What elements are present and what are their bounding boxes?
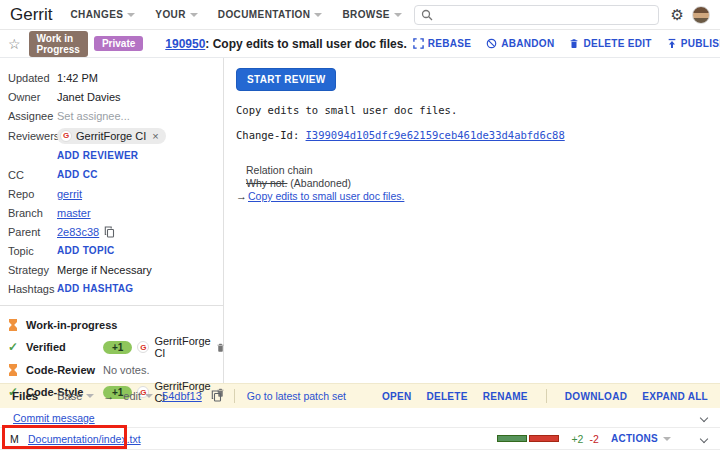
arrow-icon: → (103, 390, 114, 402)
strategy-value: Merge if Necessary (57, 264, 152, 276)
nav-your[interactable]: YOUR (155, 9, 198, 20)
reviewer-chip: G GerritForge CI × (57, 128, 166, 144)
chevron-down-icon (190, 13, 198, 17)
block-icon (486, 38, 497, 49)
publish-icon (667, 38, 677, 49)
meta-owner: Owner Janet Davies (8, 87, 215, 106)
change-id-line: Change-Id: I399094d105dfc9e62159ceb461de… (236, 129, 708, 141)
chevron-down-icon (314, 13, 322, 17)
files-title: Files (12, 390, 38, 402)
copy-icon[interactable] (104, 226, 115, 238)
meta-hashtags: Hashtags ADD HASHTAG (8, 279, 215, 298)
delete-button[interactable]: DELETE (426, 391, 467, 402)
files-actions: OPEN DELETE RENAME DOWNLOAD EXPAND ALL (382, 389, 708, 403)
star-icon[interactable]: ☆ (8, 36, 21, 52)
nav-documentation[interactable]: DOCUMENTATION (218, 9, 323, 20)
change-actions: REBASE ABANDON DELETE EDIT PUBLISH EDIT … (413, 36, 720, 51)
rename-button[interactable]: RENAME (483, 391, 528, 402)
label-wip: Work-in-progress (8, 314, 215, 335)
rebase-button[interactable]: REBASE (413, 38, 471, 49)
current-change-row: → Copy edits to small user doc files. (236, 190, 708, 203)
delete-edit-button[interactable]: DELETE EDIT (569, 38, 651, 49)
metadata-panel: Updated 1:42 PM Owner Janet Davies Assig… (0, 58, 224, 383)
delta-counts: +2 -2 (571, 433, 598, 445)
removed-count: -2 (590, 433, 599, 445)
label-code-review: Code-Review No votes. (8, 359, 215, 380)
current-arrow-icon: → (236, 190, 245, 203)
gerritforge-avatar: G (137, 341, 149, 353)
abandoned-change: Why not. (Abandoned) (236, 177, 708, 190)
base-patchset-select[interactable]: Base (57, 390, 94, 402)
relation-chain: Relation chain Why not. (Abandoned) → Co… (236, 164, 708, 203)
go-latest-link[interactable]: Go to latest patch set (247, 390, 346, 402)
relation-chain-title: Relation chain (236, 164, 708, 177)
parent-link[interactable]: 2e83c38 (57, 226, 99, 238)
gear-icon[interactable]: ⚙ (671, 7, 684, 22)
assignee-placeholder[interactable]: Set assignee... (57, 110, 130, 122)
chevron-down-icon (394, 13, 402, 17)
nav-changes[interactable]: CHANGES (71, 9, 136, 20)
file-actions-dropdown[interactable]: ACTIONS (611, 433, 671, 444)
change-title: 190950: Copy edits to small user doc fil… (165, 37, 406, 51)
no-votes-text: No votes. (103, 364, 149, 376)
meta-add-reviewer: ADD REVIEWER (8, 146, 215, 165)
meta-strategy: Strategy Merge if Necessary (8, 260, 215, 279)
vote-badge: +1 (103, 341, 132, 354)
commit-message-text: Copy edits to small user doc files. (236, 104, 708, 116)
search-icon (421, 9, 433, 21)
search-box[interactable] (414, 5, 659, 25)
abandon-button[interactable]: ABANDON (486, 38, 554, 49)
change-id-link[interactable]: I399094d105dfc9e62159ceb461de33d4abfd6c8… (306, 129, 565, 141)
rebase-icon (413, 38, 424, 49)
remove-reviewer-icon[interactable]: × (152, 130, 158, 142)
change-header: ☆ Work in Progress Private 190950: Copy … (0, 30, 720, 58)
start-review-button[interactable]: START REVIEW (236, 68, 336, 91)
change-number-link[interactable]: 190950 (165, 37, 205, 51)
change-subject: Copy edits to small user doc files. (213, 37, 407, 51)
expand-all-button[interactable]: EXPAND ALL (642, 391, 708, 402)
updated-time: 1:42 PM (57, 72, 98, 84)
repo-link[interactable]: gerrit (57, 188, 82, 200)
check-icon: ✓ (8, 340, 21, 354)
meta-topic: Topic ADD TOPIC (8, 241, 215, 260)
gerrit-logo[interactable]: Gerrit (10, 5, 53, 25)
add-topic-button[interactable]: ADD TOPIC (57, 245, 115, 256)
meta-repo: Repo gerrit (8, 184, 215, 203)
open-button[interactable]: OPEN (382, 391, 412, 402)
chevron-down-icon (127, 13, 135, 17)
label-verified: ✓ Verified +1 G GerritForge CI (8, 335, 215, 359)
branch-link[interactable]: master (57, 207, 91, 219)
nav-browse[interactable]: BROWSE (342, 9, 401, 20)
patchset-select[interactable]: edit (123, 390, 153, 402)
divider (234, 389, 235, 403)
meta-reviewers: Reviewers G GerritForge CI × (8, 125, 215, 146)
file-row[interactable]: M Documentation/index.txt +2 -2 ACTIONS (0, 428, 720, 450)
current-change-link[interactable]: Copy edits to small user doc files. (248, 190, 404, 203)
commit-sha-link[interactable]: 54dbf13 (162, 390, 202, 402)
meta-cc: CC ADD CC (8, 165, 215, 184)
add-hashtag-button[interactable]: ADD HASHTAG (57, 283, 133, 294)
avatar[interactable] (692, 6, 710, 24)
copy-icon[interactable] (211, 390, 222, 402)
hourglass-icon (8, 319, 21, 331)
body-area: Updated 1:42 PM Owner Janet Davies Assig… (0, 58, 720, 383)
search-input[interactable] (439, 9, 652, 21)
add-cc-button[interactable]: ADD CC (57, 169, 98, 180)
commit-message-row[interactable]: Commit message (0, 408, 720, 428)
meta-updated: Updated 1:42 PM (8, 68, 215, 87)
chevron-down-icon[interactable] (700, 413, 708, 421)
chevron-down-icon (663, 437, 671, 441)
publish-edit-button[interactable]: PUBLISH EDIT (667, 38, 720, 49)
private-badge: Private (94, 36, 143, 51)
file-path-link[interactable]: Documentation/index.txt (28, 433, 141, 445)
file-row-right: +2 -2 ACTIONS (497, 433, 712, 445)
added-bar (497, 435, 527, 442)
download-button[interactable]: DOWNLOAD (565, 391, 627, 402)
hourglass-icon (8, 364, 21, 376)
chevron-down-icon[interactable] (700, 434, 708, 442)
add-reviewer-button[interactable]: ADD REVIEWER (57, 150, 138, 161)
meta-parent: Parent 2e83c38 (8, 222, 215, 241)
commit-message-block: Copy edits to small user doc files. Chan… (236, 104, 708, 141)
removed-bar (529, 435, 559, 442)
commit-message-link[interactable]: Commit message (13, 412, 95, 424)
